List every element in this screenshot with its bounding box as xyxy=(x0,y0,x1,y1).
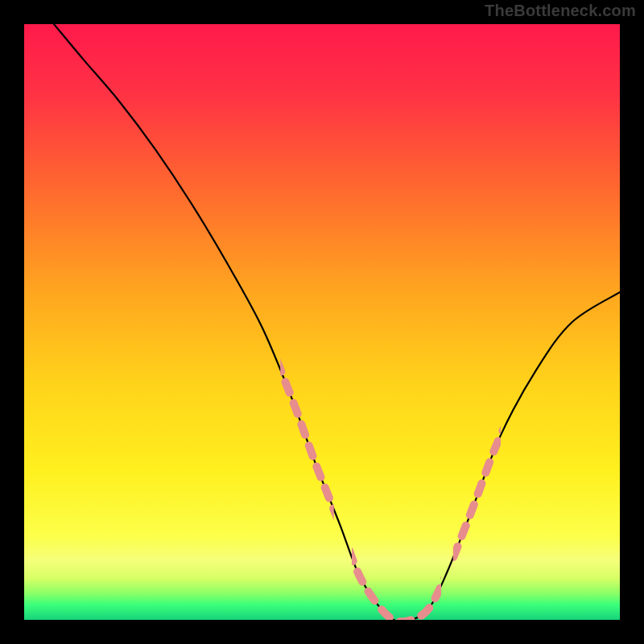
plot-background xyxy=(24,24,620,620)
chart-stage: TheBottleneck.com xyxy=(0,0,644,644)
chart-svg xyxy=(0,0,644,644)
